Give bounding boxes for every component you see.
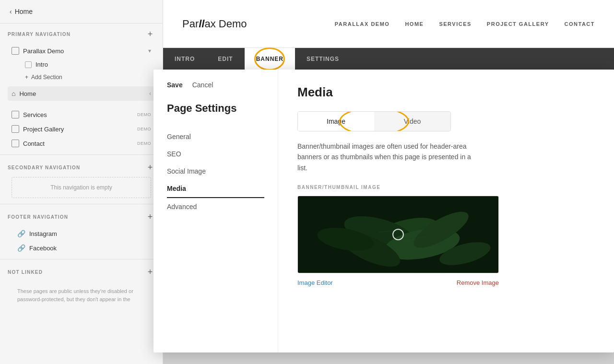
primary-nav-header: PRIMARY NAVIGATION +	[8, 29, 155, 39]
media-title: Media	[297, 85, 595, 100]
image-actions: Image Editor Remove Image	[297, 279, 499, 286]
website-nav-gallery: PROJECT GALLERY	[487, 21, 549, 27]
not-linked-title: NOT LINKED	[8, 270, 43, 275]
website-nav-parallax: PARALLAX DEMO	[335, 21, 390, 27]
modal-actions: Save Cancel	[167, 81, 264, 89]
sidebar: ‹ Home PRIMARY NAVIGATION + Parallax Dem…	[0, 0, 163, 364]
gallery-page-icon	[12, 125, 19, 133]
modal-nav-seo[interactable]: SEO	[167, 145, 264, 163]
link-icon-2: 🔗	[17, 244, 25, 252]
nav-item-home[interactable]: ⌂ Home ‹	[8, 86, 155, 101]
contact-badge: DEMO	[137, 141, 151, 146]
link-icon: 🔗	[17, 230, 25, 237]
empty-label: This navigation is empty	[50, 184, 112, 191]
modal-nav-social-image[interactable]: Social Image	[167, 163, 264, 180]
website-nav: PARALLAX DEMO HOME SERVICES PROJECT GALL…	[335, 21, 595, 27]
media-type-toggle: Image Video	[297, 111, 451, 131]
secondary-nav-header: SECONDARY NAVIGATION +	[8, 163, 155, 172]
add-section-label: Add Section	[31, 74, 62, 81]
tab-settings-label: SETTINGS	[307, 56, 339, 62]
cancel-button[interactable]: Cancel	[192, 81, 213, 89]
modal-nav-advanced[interactable]: Advanced	[167, 198, 264, 215]
footer-nav-item-facebook[interactable]: 🔗 Facebook	[8, 241, 155, 255]
contact-label: Contact	[23, 140, 131, 147]
back-arrow-icon: ‹	[10, 8, 12, 15]
tab-intro[interactable]: Intro	[163, 48, 206, 70]
nav-sub-item-intro[interactable]: Intro	[8, 58, 155, 71]
secondary-nav-section: SECONDARY NAVIGATION + This navigation i…	[0, 157, 163, 202]
footer-nav-section: FOOTER NAVIGATION + 🔗 Instagram 🔗 Facebo…	[0, 206, 163, 257]
banner-section-label: BANNER/THUMBNAIL IMAGE	[297, 185, 595, 190]
media-description: Banner/thumbnail images are often used f…	[297, 141, 480, 173]
cms-tabs-bar: Intro EDIT BANNER SETTINGS	[163, 48, 614, 70]
website-header: Parllax Demo PARALLAX DEMO HOME SERVICES…	[163, 0, 614, 48]
services-label: Services	[23, 111, 131, 118]
website-nav-contact: CONTACT	[565, 21, 595, 27]
contact-page-icon	[12, 140, 19, 147]
modal-title: Page Settings	[167, 102, 264, 115]
gallery-badge: DEMO	[137, 127, 151, 131]
tab-banner-label: BANNER	[256, 56, 283, 62]
home-icon: ⌂	[12, 90, 15, 97]
tab-settings[interactable]: SETTINGS	[295, 48, 351, 70]
banner-thumbnail-image	[298, 196, 498, 273]
footer-nav-item-instagram[interactable]: 🔗 Instagram	[8, 226, 155, 241]
nav-item-project-gallery[interactable]: Project Gallery DEMO	[8, 122, 155, 136]
leaves-svg	[298, 196, 498, 273]
save-button[interactable]: Save	[167, 81, 183, 89]
tab-edit-label: EDIT	[218, 56, 233, 62]
gallery-label: Project Gallery	[23, 126, 131, 133]
tab-edit[interactable]: EDIT	[206, 48, 244, 70]
secondary-nav-title: SECONDARY NAVIGATION	[8, 165, 80, 170]
back-label: Home	[15, 8, 33, 15]
sub-page-icon	[25, 61, 32, 68]
not-linked-section: NOT LINKED + These pages are public unle…	[0, 261, 163, 311]
modal-nav-list: General SEO Social Image Media Advanced	[167, 128, 264, 215]
primary-nav-section: PRIMARY NAVIGATION + Parallax Demo ▾ Int…	[0, 23, 163, 85]
add-section-button[interactable]: + Add Section	[8, 71, 155, 83]
tab-banner[interactable]: BANNER	[245, 48, 295, 70]
tab-intro-label: Intro	[175, 56, 195, 62]
modal-left-panel: Save Cancel Page Settings General SEO So…	[154, 70, 278, 352]
nav-item-services[interactable]: Services DEMO	[8, 107, 155, 122]
facebook-label: Facebook	[29, 245, 57, 252]
image-tab-button[interactable]: Image	[298, 112, 374, 131]
services-page-icon	[12, 111, 19, 118]
not-linked-header: NOT LINKED +	[8, 267, 155, 277]
website-logo: Parllax Demo	[182, 18, 247, 30]
home-chevron-icon: ‹	[149, 90, 151, 97]
services-badge: DEMO	[137, 112, 151, 117]
footer-nav-header: FOOTER NAVIGATION +	[8, 212, 155, 222]
back-button[interactable]: ‹ Home	[0, 0, 163, 23]
modal-right-panel: Media Image Video Banner/thumbnail image…	[278, 70, 614, 352]
nav-item-label: Parallax Demo	[23, 47, 144, 55]
chevron-down-icon: ▾	[148, 47, 151, 54]
nav-item-contact[interactable]: Contact DEMO	[8, 136, 155, 151]
page-icon	[12, 47, 19, 55]
website-nav-home: HOME	[405, 21, 424, 27]
secondary-pages-section: Services DEMO Project Gallery DEMO Conta…	[0, 102, 163, 153]
video-tab-button[interactable]: Video	[374, 112, 450, 131]
secondary-nav-empty: This navigation is empty	[12, 177, 151, 198]
not-linked-text: These pages are public unless they're di…	[17, 288, 133, 302]
footer-nav-title: FOOTER NAVIGATION	[8, 214, 68, 220]
nav-item-parallax-demo[interactable]: Parallax Demo ▾	[8, 44, 155, 58]
plus-icon: +	[25, 74, 28, 81]
not-linked-description: These pages are public unless they're di…	[8, 282, 155, 309]
primary-nav-add-button[interactable]: +	[145, 29, 155, 39]
modal-nav-general[interactable]: General	[167, 128, 264, 145]
primary-nav-title: PRIMARY NAVIGATION	[8, 32, 71, 37]
banner-image-container	[297, 196, 499, 273]
nav-sub-item-label: Intro	[35, 61, 151, 68]
home-label: Home	[19, 90, 145, 97]
page-settings-modal: Save Cancel Page Settings General SEO So…	[154, 70, 614, 352]
remove-image-button[interactable]: Remove Image	[457, 279, 499, 286]
image-editor-button[interactable]: Image Editor	[297, 279, 333, 286]
instagram-label: Instagram	[29, 230, 57, 237]
modal-nav-media[interactable]: Media	[167, 180, 264, 198]
website-nav-services: SERVICES	[439, 21, 471, 27]
